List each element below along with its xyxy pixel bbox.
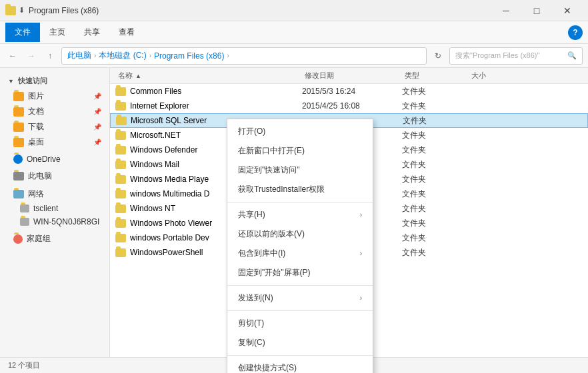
file-type: 文件夹 — [402, 218, 469, 229]
search-placeholder: 搜索"Program Files (x86)" — [455, 51, 539, 61]
col-type[interactable]: 类型 — [402, 71, 469, 81]
ctx-label: 打开(O) — [238, 126, 265, 137]
sidebar-item-label: 文档 — [28, 106, 44, 117]
app-icon — [5, 5, 16, 16]
file-name-text: Windows Defender — [130, 145, 197, 155]
ctx-label: 获取TrustedInstaller权限 — [238, 184, 325, 195]
breadcrumb-sep-3: › — [227, 52, 229, 59]
ctx-create-shortcut[interactable]: 创建快捷方式(S) — [227, 358, 373, 373]
file-row-0[interactable]: Common Files 2015/5/3 16:24 文件夹 — [110, 84, 588, 99]
pin-icon: 📌 — [93, 139, 101, 146]
window-title: Program Files (x86) — [29, 6, 487, 15]
ctx-label: 包含到库中(I) — [238, 248, 285, 259]
sidebar-item-label: 图片 — [28, 91, 44, 102]
ctx-sep-1 — [227, 202, 373, 202]
ctx-sep-3 — [227, 310, 373, 311]
ctx-restore[interactable]: 还原以前的版本(V) — [227, 224, 373, 244]
ctx-copy[interactable]: 复制(C) — [227, 333, 373, 352]
downloads-icon — [13, 123, 24, 132]
pin-icon: 📌 — [93, 108, 101, 115]
sidebar-item-downloads[interactable]: 下载 📌 — [0, 119, 109, 135]
back-button[interactable]: ← — [5, 49, 20, 63]
file-name-text: WindowsPowerShell — [130, 248, 203, 257]
file-row-1[interactable]: Internet Explorer 2015/4/25 16:08 文件夹 — [110, 99, 588, 113]
file-type: 文件夹 — [402, 188, 469, 200]
sidebar-item-homegroup[interactable]: 家庭组 — [0, 231, 109, 246]
tab-share[interactable]: 共享 — [75, 23, 109, 42]
ctx-pin-start[interactable]: 固定到"开始"屏幕(P) — [227, 263, 373, 282]
help-button[interactable]: ? — [568, 25, 583, 40]
file-type: 文件夹 — [402, 232, 469, 244]
minimize-button[interactable]: ─ — [491, 0, 521, 21]
col-name[interactable]: 名称 ▲ — [115, 71, 302, 81]
file-name-text: Microsoft.NET — [130, 131, 181, 140]
sidebar-item-label: OneDrive — [27, 155, 61, 164]
ctx-share[interactable]: 共享(H) › — [227, 205, 373, 224]
refresh-button[interactable]: ↻ — [431, 49, 445, 63]
sidebar: ▼ 快速访问 图片 📌 文档 📌 下载 📌 桌面 📌 OneDrive — [0, 68, 110, 361]
folder-icon — [116, 117, 127, 125]
ctx-send-to[interactable]: 发送到(N) › — [227, 288, 373, 308]
ctx-label: 创建快捷方式(S) — [238, 362, 297, 373]
search-bar[interactable]: 搜索"Program Files (x86)" 🔍 — [449, 47, 583, 65]
sidebar-item-onedrive[interactable]: OneDrive — [0, 153, 109, 166]
context-menu: 打开(O) 在新窗口中打开(E) 固定到"快速访问" 获取TrustedInst… — [227, 119, 373, 373]
file-name-text: Common Files — [130, 87, 181, 96]
ctx-open-new[interactable]: 在新窗口中打开(E) — [227, 141, 373, 161]
window-controls: ─ □ ✕ — [491, 0, 583, 21]
sidebar-item-tsclient[interactable]: tsclient — [0, 202, 109, 215]
title-bar: ⬇ Program Files (x86) ─ □ ✕ — [0, 0, 588, 21]
file-name-text: Windows Photo Viewer — [130, 218, 212, 228]
folder-icon — [115, 146, 126, 155]
address-bar: ← → ↑ 此电脑 › 本地磁盘 (C:) › Program Files (x… — [0, 44, 588, 68]
file-name-text: Microsoft SQL Server — [131, 116, 207, 125]
tab-view[interactable]: 查看 — [109, 23, 144, 42]
tab-file[interactable]: 文件 — [5, 23, 40, 42]
file-name-text: windows Portable Dev — [130, 233, 209, 242]
ctx-pin-quick[interactable]: 固定到"快速访问" — [227, 161, 373, 180]
forward-button[interactable]: → — [24, 49, 39, 63]
col-size[interactable]: 大小 — [469, 71, 522, 81]
breadcrumb-pc[interactable]: 此电脑 — [67, 50, 91, 61]
sidebar-item-win[interactable]: WIN-5QN0J6R8GI — [0, 215, 109, 228]
up-button[interactable]: ↑ — [43, 49, 57, 63]
sidebar-item-label: 此电脑 — [28, 171, 52, 182]
pin-icon: 📌 — [93, 93, 101, 100]
sidebar-item-label: 网络 — [28, 188, 44, 200]
file-type: 文件夹 — [402, 247, 469, 258]
quick-access-icon: ⬇ — [19, 6, 25, 15]
sidebar-item-pictures[interactable]: 图片 📌 — [0, 89, 109, 104]
ctx-label: 还原以前的版本(V) — [238, 228, 305, 240]
ctx-include-lib[interactable]: 包含到库中(I) › — [227, 244, 373, 263]
pictures-icon — [13, 92, 24, 101]
folder-icon — [115, 161, 126, 169]
tab-home[interactable]: 主页 — [40, 23, 75, 42]
folder-icon — [5, 6, 16, 15]
sidebar-item-network[interactable]: 网络 — [0, 186, 109, 202]
sidebar-item-label: 下载 — [28, 121, 44, 133]
pin-icon: 📌 — [93, 123, 101, 131]
maximize-button[interactable]: □ — [521, 0, 552, 21]
ctx-open[interactable]: 打开(O) — [227, 122, 373, 141]
breadcrumb-sep-1: › — [94, 52, 96, 59]
close-button[interactable]: ✕ — [552, 0, 583, 21]
quick-access-header: ▼ 快速访问 — [0, 73, 109, 89]
sidebar-item-documents[interactable]: 文档 📌 — [0, 104, 109, 119]
desktop-icon — [13, 138, 24, 147]
homegroup-icon — [13, 234, 23, 244]
ctx-label: 复制(C) — [238, 337, 265, 348]
title-bar-icons: ⬇ — [5, 5, 25, 16]
ctx-cut[interactable]: 剪切(T) — [227, 314, 373, 333]
ctx-trusted[interactable]: 获取TrustedInstaller权限 — [227, 180, 373, 199]
file-type: 文件夹 — [402, 174, 469, 185]
sidebar-item-pc[interactable]: 此电脑 — [0, 169, 109, 184]
file-date: 2015/5/3 16:24 — [302, 87, 402, 96]
col-date[interactable]: 修改日期 — [302, 71, 402, 81]
folder-icon — [115, 219, 126, 228]
folder-icon — [115, 190, 126, 198]
pc-icon — [13, 172, 24, 181]
breadcrumb-disk[interactable]: 本地磁盘 (C:) — [99, 50, 146, 61]
file-name-text: Windows Media Playe — [130, 175, 209, 184]
breadcrumb-folder[interactable]: Program Files (x86) — [154, 51, 224, 61]
sidebar-item-desktop[interactable]: 桌面 📌 — [0, 135, 109, 150]
